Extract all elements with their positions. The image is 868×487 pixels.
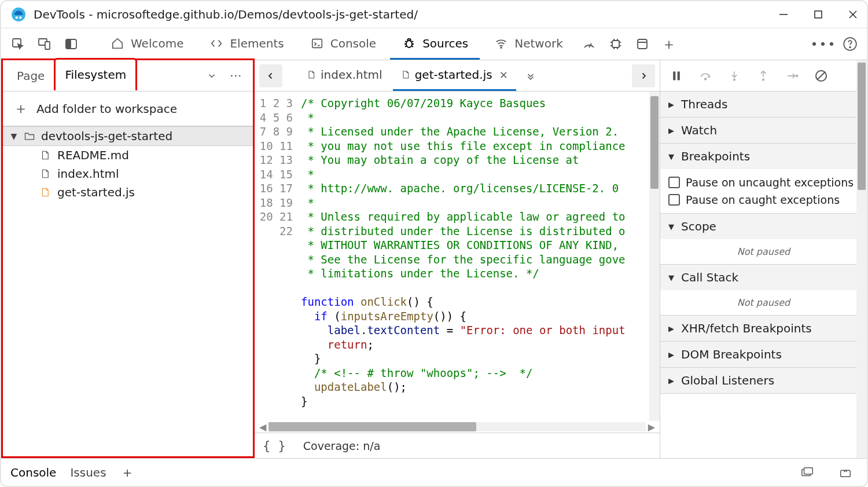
add-folder-label: Add folder to workspace [36,102,177,116]
drawer-issues[interactable]: Issues [70,466,106,479]
svg-point-1 [16,16,18,19]
file-tab-index-label: index.html [321,68,382,82]
nav-forward-button[interactable] [632,64,655,87]
svg-rect-32 [638,39,647,49]
code-editor[interactable]: 1 2 3 4 5 6 7 8 9 10 11 12 13 14 15 16 1… [255,91,660,421]
drawer-console[interactable]: Console [10,466,56,479]
tab-sources[interactable]: Sources [390,28,480,60]
code-content[interactable]: /* Copyright 06/07/2019 Kayce Basques * … [301,91,660,421]
navigator-dropdown-icon[interactable] [200,64,224,88]
file-icon [40,168,52,180]
section-callstack[interactable]: ▼Call Stack [660,265,867,290]
drawer-settings-icon[interactable] [795,460,819,485]
section-xhr-label: XHR/fetch Breakpoints [681,321,812,335]
scroll-left-icon[interactable]: ◀ [259,422,266,433]
help-icon[interactable] [838,32,862,56]
section-global[interactable]: ▶Global Listeners [660,368,867,393]
console-icon [310,36,325,51]
more-options-icon[interactable]: ••• [811,32,836,56]
plus-icon: ＋ [13,98,28,119]
tab-elements-label: Elements [230,36,284,50]
titlebar: DevTools - microsoftedge.github.io/Demos… [1,1,867,28]
navigator-tab-filesystem[interactable]: Filesystem [54,58,137,90]
section-breakpoints[interactable]: ▼Breakpoints [660,144,867,169]
add-folder-button[interactable]: ＋ Add folder to workspace [3,91,253,126]
section-breakpoints-label: Breakpoints [681,149,750,163]
devtools-app-icon [10,6,27,23]
step-icon[interactable] [782,65,803,86]
maximize-button[interactable] [814,10,823,19]
tree-file-getstarted[interactable]: get-started.js [3,183,253,202]
section-watch[interactable]: ▶Watch [660,118,867,143]
section-xhr[interactable]: ▶XHR/fetch Breakpoints [660,316,867,341]
drawer-expand-icon[interactable] [833,460,858,485]
svg-point-40 [734,79,735,80]
checkbox-icon[interactable] [668,177,680,188]
section-scope-label: Scope [681,219,716,233]
application-icon[interactable] [630,32,654,56]
file-icon [40,149,52,161]
svg-rect-37 [678,71,680,80]
deactivate-breakpoints-icon[interactable] [811,65,832,86]
scroll-right-icon[interactable]: ▶ [648,422,655,433]
toggle-panel-icon[interactable] [59,32,83,56]
section-callstack-label: Call Stack [681,270,738,284]
caret-down-icon: ▼ [668,152,676,161]
checkbox-icon[interactable] [668,194,680,206]
more-tabs-icon[interactable] [518,64,543,88]
tab-elements[interactable]: Elements [197,28,295,60]
svg-point-38 [705,78,707,80]
home-icon [110,36,125,51]
drawer-add-icon[interactable]: ＋ [120,463,134,482]
navigator-tab-page[interactable]: Page [8,60,54,91]
callstack-not-paused: Not paused [660,290,867,315]
tab-welcome[interactable]: Welcome [98,28,195,60]
close-button[interactable] [848,10,858,19]
svg-rect-9 [45,42,50,49]
caret-right-icon: ▶ [668,376,676,385]
editor-tabs: index.html get-started.js ✕ [255,60,660,91]
add-tab-icon[interactable]: ＋ [657,32,681,56]
nav-back-button[interactable] [259,64,282,87]
tree-file-index[interactable]: index.html [3,164,253,183]
tab-console[interactable]: Console [298,28,388,60]
section-threads[interactable]: ▶Threads [660,91,867,117]
section-watch-label: Watch [681,123,717,137]
navigator-more-icon[interactable]: ⋮ [224,64,248,88]
step-into-icon[interactable] [724,65,745,86]
step-out-icon[interactable] [753,65,774,86]
pause-caught-label: Pause on caught exceptions [686,193,840,206]
pause-uncaught-row[interactable]: Pause on uncaught exceptions [668,174,859,191]
tab-network[interactable]: Network [482,28,575,60]
performance-icon[interactable] [577,32,601,56]
folder-icon [24,130,35,142]
step-over-icon[interactable] [695,65,716,86]
inspect-element-icon[interactable] [6,32,30,56]
pause-resume-icon[interactable] [666,65,687,86]
section-scope[interactable]: ▼Scope [660,214,867,239]
memory-icon[interactable] [604,32,628,56]
debugger-scrollbar[interactable] [856,60,867,458]
device-toolbar-icon[interactable] [32,32,57,56]
section-dom-label: DOM Breakpoints [681,347,782,361]
close-tab-icon[interactable]: ✕ [499,69,508,81]
pretty-print-icon[interactable]: { } [263,438,286,453]
file-icon [401,69,410,80]
file-tab-index[interactable]: index.html [299,60,391,91]
window-controls [779,10,858,19]
tab-network-label: Network [514,36,563,50]
svg-line-17 [405,41,407,42]
tree-folder[interactable]: ▼ devtools-js-get-started [3,126,253,146]
file-tab-getstarted-label: get-started.js [415,68,492,82]
svg-point-14 [406,41,412,47]
section-dom[interactable]: ▶DOM Breakpoints [660,342,867,367]
line-gutter: 1 2 3 4 5 6 7 8 9 10 11 12 13 14 15 16 1… [255,91,301,421]
svg-rect-23 [612,41,619,47]
svg-point-44 [796,75,798,76]
vertical-scrollbar[interactable] [649,91,660,421]
minimize-button[interactable] [779,10,788,19]
pause-caught-row[interactable]: Pause on caught exceptions [668,191,859,208]
tree-file-readme[interactable]: README.md [3,146,253,164]
horizontal-scrollbar[interactable]: ◀ ▶ [255,421,660,433]
file-tab-getstarted[interactable]: get-started.js ✕ [393,60,516,91]
